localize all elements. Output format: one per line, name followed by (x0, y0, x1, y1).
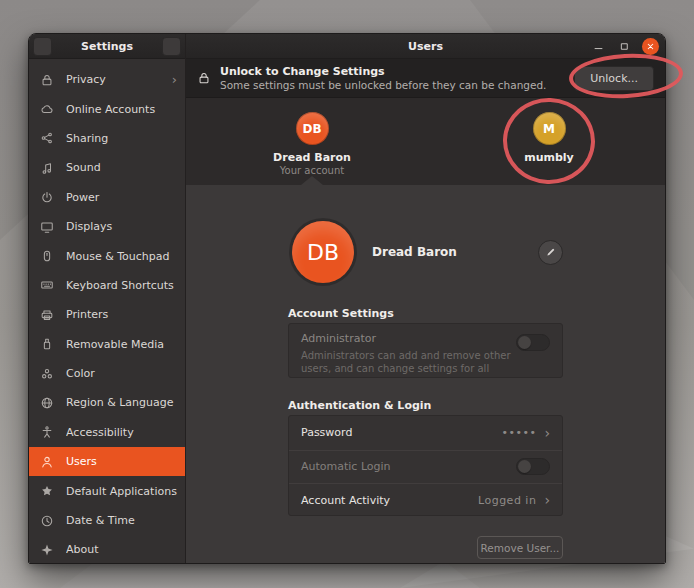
cloud-icon (40, 102, 54, 116)
sidebar-item-label: Mouse & Touchpad (66, 250, 177, 263)
sidebar-item-label: Region & Language (66, 396, 177, 409)
maximize-button[interactable] (616, 38, 633, 55)
sidebar-item-sharing[interactable]: Sharing (29, 124, 185, 153)
titlebar[interactable]: Users (186, 34, 665, 59)
administrator-row: Administrator Administrators can add and… (289, 324, 562, 378)
settings-window: Settings Privacy›Online AccountsSharingS… (28, 33, 666, 564)
sidebar-item-label: Online Accounts (66, 103, 177, 116)
authentication-login-card: Password•••••›Automatic LoginAccount Act… (288, 415, 563, 516)
sidebar-item-label: Date & Time (66, 514, 177, 527)
sidebar-item-label: Privacy (66, 73, 172, 86)
search-button[interactable] (33, 37, 52, 56)
sidebar-item-users[interactable]: Users (29, 447, 185, 476)
automatic-login-toggle[interactable] (516, 458, 550, 475)
sidebar-item-power[interactable]: Power (29, 183, 185, 212)
sidebar-item-default-applications[interactable]: Default Applications (29, 476, 185, 505)
sidebar-title: Settings (52, 40, 162, 53)
accessibility-icon (40, 425, 54, 439)
sidebar-item-sound[interactable]: Sound (29, 153, 185, 182)
sidebar-header: Settings (29, 34, 185, 59)
row-label: Account Activity (301, 494, 478, 507)
sidebar-item-removable-media[interactable]: Removable Media (29, 330, 185, 359)
sidebar-item-displays[interactable]: Displays (29, 212, 185, 241)
user-carousel: DBDread BaronYour accountMmumbly (186, 98, 665, 185)
sidebar-item-mouse-touchpad[interactable]: Mouse & Touchpad (29, 241, 185, 270)
unlock-subtitle: Some settings must be unlocked before th… (220, 79, 574, 92)
usb-icon (40, 337, 54, 351)
unlock-bar: Unlock to Change Settings Some settings … (186, 59, 665, 98)
sidebar-item-region-language[interactable]: Region & Language (29, 388, 185, 417)
sidebar-item-printers[interactable]: Printers (29, 300, 185, 329)
row-label: Automatic Login (301, 460, 516, 473)
selected-user-caret (301, 176, 323, 185)
profile-avatar[interactable]: DB (292, 221, 354, 283)
sound-icon (40, 161, 54, 175)
account-activity-row[interactable]: Account ActivityLogged in› (289, 483, 562, 516)
chevron-right-icon: › (544, 493, 550, 507)
close-button[interactable] (642, 38, 659, 55)
sidebar-item-label: About (66, 543, 177, 556)
sidebar-item-online-accounts[interactable]: Online Accounts (29, 94, 185, 123)
automatic-login-row[interactable]: Automatic Login (289, 450, 562, 484)
user-avatar[interactable]: DB (296, 112, 329, 145)
sidebar-item-label: Keyboard Shortcuts (66, 279, 177, 292)
lock-icon (197, 71, 211, 85)
profile-row: DB Dread Baron (288, 221, 563, 283)
chevron-right-icon: › (544, 426, 550, 440)
sidebar-item-color[interactable]: Color (29, 359, 185, 388)
clock-icon (40, 514, 54, 528)
user-avatar[interactable]: M (533, 112, 566, 145)
user-icon (40, 455, 54, 469)
remove-user-button[interactable]: Remove User... (477, 536, 563, 559)
sidebar: Settings Privacy›Online AccountsSharingS… (29, 34, 186, 564)
sidebar-item-label: Users (66, 455, 177, 468)
about-icon (40, 543, 54, 557)
window-controls (590, 34, 659, 59)
user-name: Dread Baron (252, 151, 372, 164)
profile-name: Dread Baron (372, 245, 538, 259)
sidebar-item-about[interactable]: About (29, 535, 185, 564)
share-icon (40, 131, 54, 145)
user-settings-content: DB Dread Baron Account Settings Administ… (186, 185, 665, 564)
menu-button[interactable] (162, 37, 181, 56)
sidebar-item-label: Color (66, 367, 177, 380)
main-panel: Users Unlock to Change Settings Some set… (186, 34, 665, 564)
sidebar-item-label: Sound (66, 161, 177, 174)
account-settings-card: Administrator Administrators can add and… (288, 323, 563, 378)
sidebar-item-label: Displays (66, 220, 177, 233)
printer-icon (40, 308, 54, 322)
sidebar-item-label: Power (66, 191, 177, 204)
administrator-description: Administrators can add and remove other … (301, 349, 516, 378)
unlock-button[interactable]: Unlock... (574, 66, 654, 91)
globe-icon (40, 396, 54, 410)
account-settings-header: Account Settings (288, 307, 563, 320)
row-value: Logged in (478, 494, 536, 507)
color-icon (40, 367, 54, 381)
sidebar-item-keyboard-shortcuts[interactable]: Keyboard Shortcuts (29, 271, 185, 300)
sidebar-item-label: Printers (66, 308, 177, 321)
window-title: Users (408, 40, 443, 53)
edit-name-button[interactable] (538, 240, 563, 265)
sidebar-item-accessibility[interactable]: Accessibility (29, 418, 185, 447)
carousel-user-dread-baron[interactable]: DBDread BaronYour account (252, 112, 372, 176)
unlock-text: Unlock to Change Settings Some settings … (220, 65, 574, 91)
authentication-login-header: Authentication & Login (288, 399, 563, 412)
chevron-right-icon: › (172, 73, 177, 86)
carousel-user-mumbly[interactable]: Mmumbly (489, 112, 609, 164)
sidebar-item-label: Sharing (66, 132, 177, 145)
sidebar-item-list: Privacy›Online AccountsSharingSoundPower… (29, 59, 185, 564)
lock-icon (40, 73, 54, 87)
administrator-toggle[interactable] (516, 334, 550, 351)
password-row[interactable]: Password•••••› (289, 416, 562, 450)
sidebar-item-privacy[interactable]: Privacy› (29, 65, 185, 94)
row-label: Password (301, 426, 501, 439)
sidebar-item-label: Removable Media (66, 338, 177, 351)
sidebar-item-date-time[interactable]: Date & Time (29, 506, 185, 535)
display-icon (40, 220, 54, 234)
user-name: mumbly (489, 151, 609, 164)
star-icon (40, 484, 54, 498)
pencil-icon (545, 243, 557, 262)
toggle-knob (518, 460, 531, 473)
minimize-button[interactable] (590, 38, 607, 55)
keyboard-icon (40, 278, 54, 292)
